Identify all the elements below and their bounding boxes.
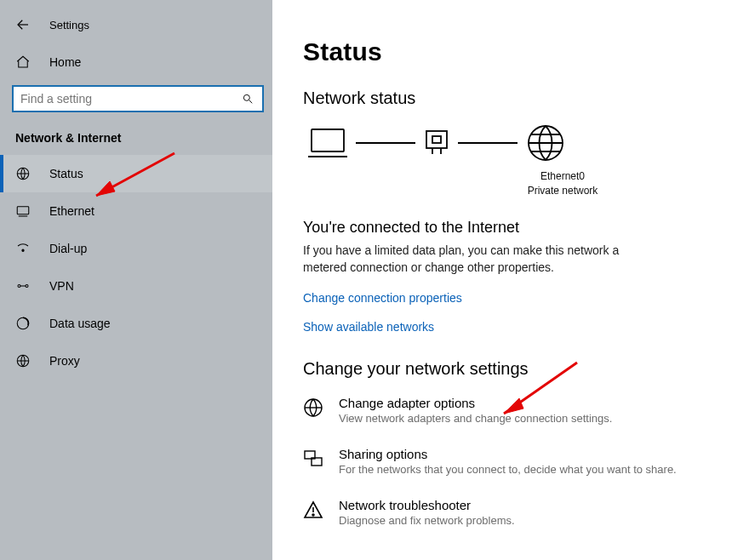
home-icon <box>15 54 31 70</box>
svg-rect-5 <box>17 207 29 214</box>
sidebar-item-label: Dial-up <box>49 242 87 255</box>
home-row[interactable]: Home <box>0 44 272 82</box>
sharing-icon <box>303 449 323 469</box>
svg-line-2 <box>249 100 253 104</box>
dialup-icon <box>15 241 31 256</box>
search-input[interactable] <box>20 92 240 106</box>
show-available-networks-link[interactable]: Show available networks <box>303 320 715 334</box>
settings-sidebar: Settings Home Network & Internet <box>0 0 272 560</box>
main-pane: Status Network status Ethernet0 Pri <box>272 0 732 560</box>
category-heading: Network & Internet <box>0 129 272 155</box>
svg-point-1 <box>243 94 249 100</box>
option-title: Change adapter options <box>339 396 612 410</box>
option-title: Sharing options <box>339 447 677 461</box>
sidebar-item-label: VPN <box>49 279 74 293</box>
change-connection-properties-link[interactable]: Change connection properties <box>303 291 715 305</box>
option-subtitle: Diagnose and fix network problems. <box>339 514 515 527</box>
ethernet-icon <box>15 203 31 219</box>
nav-list: Status Ethernet Dial-up <box>0 155 272 380</box>
search-box[interactable] <box>12 85 264 112</box>
adapter-options-icon <box>303 397 323 418</box>
sidebar-item-label: Data usage <box>49 317 111 330</box>
back-arrow-icon[interactable] <box>15 17 31 32</box>
svg-rect-16 <box>312 129 344 151</box>
svg-rect-18 <box>426 131 447 148</box>
adapter-icon <box>424 129 449 157</box>
network-type: Private network <box>410 184 715 198</box>
option-title: Network troubleshooter <box>339 498 515 512</box>
sidebar-item-datausage[interactable]: Data usage <box>0 305 272 342</box>
interface-name: Ethernet0 <box>410 169 715 184</box>
troubleshooter-icon <box>303 500 323 520</box>
svg-point-8 <box>18 285 20 288</box>
connected-heading: You're connected to the Internet <box>303 219 715 237</box>
settings-title: Settings <box>49 19 89 31</box>
option-sharing[interactable]: Sharing options For the networks that yo… <box>303 447 715 476</box>
data-usage-icon <box>15 316 31 331</box>
sidebar-item-vpn[interactable]: VPN <box>0 267 272 305</box>
sidebar-item-label: Status <box>49 167 83 180</box>
svg-point-9 <box>26 285 28 288</box>
svg-point-7 <box>22 249 24 251</box>
svg-rect-19 <box>432 136 441 143</box>
search-icon <box>240 91 255 106</box>
sidebar-item-label: Ethernet <box>49 204 94 218</box>
sidebar-item-status[interactable]: Status <box>0 155 272 192</box>
network-status-heading: Network status <box>303 89 715 108</box>
connected-description: If you have a limited data plan, you can… <box>303 242 643 277</box>
option-subtitle: View network adapters and change connect… <box>339 412 612 425</box>
back-row: Settings <box>0 12 272 44</box>
vpn-icon <box>15 278 31 294</box>
page-title: Status <box>303 37 715 66</box>
sidebar-item-label: Proxy <box>49 354 80 368</box>
globe-icon <box>526 123 565 163</box>
svg-point-31 <box>312 514 314 516</box>
proxy-icon <box>15 353 31 369</box>
computer-icon <box>308 126 347 160</box>
option-subtitle: For the networks that you connect to, de… <box>339 463 677 476</box>
sidebar-item-proxy[interactable]: Proxy <box>0 342 272 380</box>
sidebar-item-dialup[interactable]: Dial-up <box>0 230 272 267</box>
option-troubleshooter[interactable]: Network troubleshooter Diagnose and fix … <box>303 498 715 527</box>
change-settings-heading: Change your network settings <box>303 359 715 379</box>
option-change-adapter[interactable]: Change adapter options View network adap… <box>303 396 715 425</box>
home-label: Home <box>49 55 81 69</box>
network-diagram <box>308 123 715 163</box>
sidebar-item-ethernet[interactable]: Ethernet <box>0 192 272 230</box>
status-icon <box>15 166 31 181</box>
